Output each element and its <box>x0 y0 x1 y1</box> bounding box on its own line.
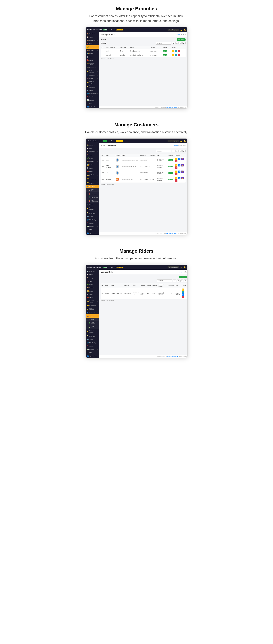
sidebar-item-products-c[interactable]: 📦 Products › <box>86 160 99 163</box>
wallet-btn[interactable]: 💳 <box>181 164 184 166</box>
lang-btn-branches[interactable]: Select Language <box>168 29 179 31</box>
sidebar-item-promo-r[interactable]: 💳 Promo code <box>86 304 99 307</box>
sidebar-item-products-b[interactable]: 📦 Products › <box>86 49 99 52</box>
copy-btn-riders[interactable]: ⊞ <box>177 280 180 282</box>
refresh-btn-branches[interactable]: ↻ <box>172 42 175 44</box>
sidebar-item-sliders-b[interactable]: 🎚️ Sliders <box>86 55 99 58</box>
edit-btn[interactable]: ✎ <box>175 177 177 180</box>
sidebar-item-reports-r[interactable]: 📊 Reports › <box>86 348 99 351</box>
sidebar-item-faq-b[interactable]: ❓ FAQ <box>86 102 99 105</box>
sidebar-item-featured-b[interactable]: ⭐ Featured Sections › <box>86 69 99 74</box>
sidebar-item-dashboard-b[interactable]: 🏠 Dashboard <box>86 32 99 36</box>
view-btn[interactable]: 👁 <box>182 291 184 293</box>
sidebar-item-dashboard-c[interactable]: 🏠 Dashboard <box>86 143 99 147</box>
sidebar-item-categories-r[interactable]: 🏷️ Categories › <box>86 276 99 280</box>
sidebar-item-viewcustomers-c[interactable]: 👁️ View Customers <box>86 188 99 192</box>
add-branch-button[interactable]: Add Branch <box>177 38 186 41</box>
sidebar-item-branch-r[interactable]: 🌿 Branch <box>86 283 99 286</box>
sidebar-item-faq-r[interactable]: ❓ FAQ <box>86 351 99 354</box>
lang-btn-riders[interactable]: Select Language <box>168 266 179 268</box>
breadcrumb-home-riders[interactable]: Home <box>179 271 182 273</box>
edit-btn[interactable]: ✎ <box>172 54 174 56</box>
delete-btn[interactable]: ✕ <box>182 296 184 298</box>
sidebar-item-customer-b[interactable]: 👤 Customer › <box>86 74 99 77</box>
search-input-branches[interactable] <box>156 42 171 44</box>
view-btn[interactable]: 👁 <box>175 50 177 52</box>
sidebar-item-websettings-c[interactable]: 🌐 Web Settings › <box>86 218 99 222</box>
sidebar-item-location-c[interactable]: 📍 Location › <box>86 222 99 225</box>
sidebar-item-fundtransfer-r[interactable]: 💸 Fund Transfer <box>86 321 99 325</box>
edit-btn[interactable]: ✎ <box>175 164 177 166</box>
sidebar-item-products-r[interactable]: 📦 Products › <box>86 286 99 290</box>
sidebar-item-branch-b[interactable]: 🌿 Branch <box>86 45 99 49</box>
lang-btn-customers[interactable]: Select Language <box>168 140 179 142</box>
sidebar-item-tags-r[interactable]: 🔖 Tags <box>86 280 99 283</box>
export-btn-customers[interactable]: ↓ <box>179 150 182 152</box>
add-rider-button[interactable]: Add Rider <box>179 276 187 278</box>
sidebar-item-viewriders-r[interactable]: 🏍️ Riders <box>86 318 99 321</box>
breadcrumb-home-branches[interactable]: Home <box>177 34 180 35</box>
sidebar-item-branch-c[interactable]: 🌿 Branch <box>86 156 99 160</box>
sidebar-item-sysusers-b[interactable]: 👥 System Users <box>86 105 99 108</box>
msg-btn[interactable]: ✉ <box>178 158 180 160</box>
sidebar-item-system-r[interactable]: ⚙️ System <box>86 338 99 341</box>
sidebar-item-support-b[interactable]: 🎫 Support Tickets › <box>86 62 99 66</box>
sidebar-item-customer-c[interactable]: 👤 Customer <box>86 185 99 188</box>
edit-btn[interactable]: ✎ <box>182 288 184 291</box>
wallet-btn[interactable]: 💳 <box>181 170 184 173</box>
sidebar-item-media-c[interactable]: 🖼️ Media <box>86 163 99 166</box>
sidebar-item-websettings-r[interactable]: 🌐 Web Settings › <box>86 341 99 344</box>
sidebar-item-orders-r[interactable]: 📋 Orders <box>86 273 99 276</box>
print-btn-customers[interactable]: 🖨 <box>182 150 186 152</box>
sidebar-item-tags-b[interactable]: 🔖 Tags <box>86 42 99 45</box>
delete-btn[interactable]: ✕ <box>178 54 180 56</box>
export-btn-riders[interactable]: ↓ <box>180 280 183 282</box>
edit-btn[interactable]: ✎ <box>172 50 174 52</box>
sidebar-item-dashboard-r[interactable]: 🏠 Dashboard <box>86 270 99 273</box>
sidebar-item-notif-b[interactable]: 🔔 Send Notification <box>86 84 99 88</box>
sidebar-item-payreq-r[interactable]: 💰 Payment Request <box>86 329 99 334</box>
sidebar-item-media-r[interactable]: 🖼️ Media <box>86 290 99 293</box>
msg-btn[interactable]: ✉ <box>178 177 180 180</box>
sidebar-item-sliders-r[interactable]: 🎚️ Sliders <box>86 293 99 296</box>
delete-btn[interactable]: ✕ <box>175 160 177 162</box>
sidebar-item-payreq-c[interactable]: 💰 Payment Request <box>86 206 99 210</box>
sidebar-item-sysusers-c[interactable]: 👥 System Users <box>86 231 99 235</box>
delete-btn[interactable]: ✕ <box>175 180 177 182</box>
sidebar-item-system-b[interactable]: ⚙️ System <box>86 88 99 92</box>
edit-btn[interactable]: ✎ <box>175 158 177 160</box>
sidebar-item-notif-r[interactable]: 🔔 Send Notification <box>86 334 99 338</box>
sidebar-item-orders-b[interactable]: 📋 Orders <box>86 36 99 39</box>
wallet-btn[interactable]: 💳 <box>181 177 184 180</box>
sidebar-item-featured-c[interactable]: ⭐ Featured Sections › <box>86 180 99 185</box>
breadcrumb-home-customers[interactable]: Home <box>174 145 178 146</box>
delete-btn[interactable]: ✕ <box>175 173 177 175</box>
sidebar-item-cashcollection-r[interactable]: 💵 Cash Collection <box>86 325 99 329</box>
msg-btn[interactable]: ✉ <box>182 293 184 296</box>
sidebar-item-categories-b[interactable]: 🏷️ Categories › <box>86 39 99 42</box>
sidebar-item-notif-c[interactable]: 🔔 Send Notification <box>86 210 99 215</box>
sidebar-item-sliders-c[interactable]: 🎚️ Sliders <box>86 166 99 170</box>
refresh-btn-riders[interactable]: ↻ <box>173 280 176 282</box>
delete-btn[interactable]: ✕ <box>175 166 177 169</box>
edit-btn[interactable]: ✎ <box>175 170 177 173</box>
print-btn-branches[interactable]: 🖨 <box>182 42 186 44</box>
sidebar-item-customer-r[interactable]: 👤 Customer › <box>86 311 99 314</box>
sidebar-item-sysusers-r[interactable]: 👥 System Users <box>86 354 99 358</box>
wallet-btn[interactable]: 💳 <box>181 158 184 160</box>
sidebar-item-promo-b[interactable]: 💳 Promo code <box>86 66 99 69</box>
sidebar-item-wallet-c[interactable]: 👛 Wallet Transactions <box>86 199 99 203</box>
refresh-btn-customers[interactable]: ↻ <box>172 150 175 152</box>
sidebar-item-tags-c[interactable]: 🔖 Tags <box>86 153 99 156</box>
sidebar-item-faq-c[interactable]: ❓ FAQ <box>86 228 99 231</box>
sidebar-item-riders-b[interactable]: 🏍️ Riders › <box>86 77 99 80</box>
sidebar-item-offers-r[interactable]: 🎁 Offers <box>86 296 99 299</box>
sidebar-item-system-c[interactable]: ⚙️ System <box>86 215 99 218</box>
sidebar-item-riders-c[interactable]: 🏍️ Riders › <box>86 203 99 206</box>
sidebar-item-payreq-b[interactable]: 💰 Payment Request <box>86 80 99 84</box>
sidebar-item-reports-c[interactable]: 📊 Reports › <box>86 225 99 228</box>
sidebar-item-websettings-b[interactable]: 🌐 Web Settings › <box>86 92 99 95</box>
sidebar-item-support-c[interactable]: 🎫 Support Tickets › <box>86 173 99 177</box>
delete-btn[interactable]: ✕ <box>178 50 180 52</box>
sidebar-item-promo-c[interactable]: 💳 Promo code <box>86 177 99 180</box>
